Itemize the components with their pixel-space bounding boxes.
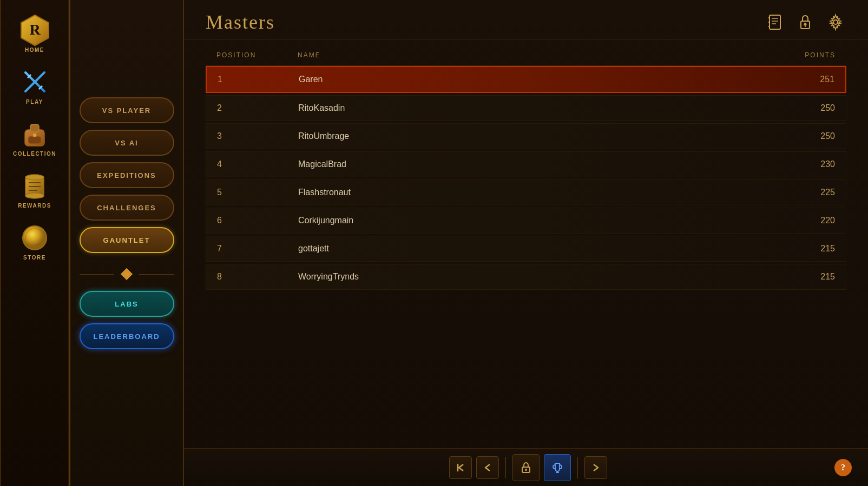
sidebar-item-store[interactable]: STORE xyxy=(0,218,69,265)
trophy-tab-icon xyxy=(551,462,563,474)
table-header: POSITION NAME POINTS xyxy=(206,45,846,66)
svg-text:R: R xyxy=(29,21,41,38)
col-header-points: POINTS xyxy=(727,51,836,59)
row-name: MagicalBrad xyxy=(298,159,727,169)
row-points: 225 xyxy=(727,188,835,197)
next-page-icon xyxy=(591,463,601,472)
store-icon xyxy=(20,223,50,252)
row-position: 6 xyxy=(217,216,298,225)
table-row[interactable]: 4 MagicalBrad 230 xyxy=(206,151,846,177)
lock-button[interactable] xyxy=(794,11,816,33)
row-points: 230 xyxy=(727,159,835,169)
leaderboard-button[interactable]: LEADERBOARD xyxy=(80,323,174,349)
col-header-position: POSITION xyxy=(216,51,298,59)
lock-icon xyxy=(797,14,814,31)
table-row[interactable]: 1 Garen 251 xyxy=(206,66,846,93)
sidebar-item-rewards[interactable]: REWARDS xyxy=(0,167,69,213)
trophy-tab-button[interactable] xyxy=(544,454,571,481)
sidebar-item-collection[interactable]: COLLECTION xyxy=(0,115,69,161)
table-row[interactable]: 8 WorryingTrynds 215 xyxy=(206,264,846,290)
labs-button[interactable]: LABS xyxy=(80,291,174,317)
sidebar-store-label: STORE xyxy=(23,255,46,261)
row-points: 250 xyxy=(727,131,835,141)
journal-icon xyxy=(766,14,784,31)
leaderboard-container: POSITION NAME POINTS 1 Garen 251 2 RitoK… xyxy=(184,39,868,448)
pagination-controls xyxy=(449,454,607,481)
row-points: 215 xyxy=(727,272,835,282)
next-page-button[interactable] xyxy=(584,456,607,479)
divider-right xyxy=(139,274,174,275)
row-points: 250 xyxy=(727,103,835,113)
vs-ai-button[interactable]: VS AI xyxy=(80,130,174,156)
collection-icon xyxy=(20,119,50,149)
row-position: 8 xyxy=(217,272,298,282)
gauntlet-button[interactable]: GAUNTLET xyxy=(80,227,174,253)
svg-point-15 xyxy=(25,193,44,198)
divider-left xyxy=(80,274,115,275)
svg-point-33 xyxy=(525,469,527,471)
svg-rect-20 xyxy=(770,15,780,29)
row-name: gottajett xyxy=(298,244,727,254)
pagination-divider-left xyxy=(505,457,506,478)
prev-page-icon xyxy=(483,463,492,472)
row-name: WorryingTrynds xyxy=(298,272,727,282)
first-page-icon xyxy=(456,463,465,472)
page-title: Masters xyxy=(206,11,275,34)
row-position: 5 xyxy=(217,188,298,197)
labs-icon-area xyxy=(80,264,174,284)
sidebar-rewards-label: REWARDS xyxy=(18,203,51,209)
rewards-icon xyxy=(20,171,50,201)
expeditions-button[interactable]: EXPEDITIONS xyxy=(80,162,174,188)
divider-ornament xyxy=(80,266,174,282)
settings-icon xyxy=(827,14,844,31)
svg-rect-8 xyxy=(28,136,41,144)
table-row[interactable]: 2 RitoKasadin 250 xyxy=(206,95,846,121)
svg-point-14 xyxy=(25,175,44,180)
row-name: Flashstronaut xyxy=(298,188,727,197)
table-row[interactable]: 3 RitoUmbrage 250 xyxy=(206,123,846,149)
journal-button[interactable] xyxy=(764,11,786,33)
sidebar-item-play[interactable]: PLAY xyxy=(0,63,69,109)
svg-point-16 xyxy=(23,226,47,250)
row-name: Garen xyxy=(299,75,726,84)
table-row[interactable]: 7 gottajett 215 xyxy=(206,236,846,262)
svg-point-28 xyxy=(804,23,807,26)
home-icon: R xyxy=(20,15,50,45)
row-position: 4 xyxy=(217,159,298,169)
row-points: 215 xyxy=(727,244,835,254)
play-icon xyxy=(20,67,50,97)
svg-rect-9 xyxy=(33,134,36,137)
table-row[interactable]: 6 Corkijungmain 220 xyxy=(206,208,846,234)
sidebar: R HOME PLAY xyxy=(0,0,70,486)
settings-button[interactable] xyxy=(825,11,846,33)
sidebar-item-home[interactable]: R HOME xyxy=(0,11,69,57)
svg-point-30 xyxy=(833,20,838,24)
play-menu: VS PLAYER VS AI EXPEDITIONS CHALLENGES G… xyxy=(70,0,184,486)
lock-tab-button[interactable] xyxy=(512,454,540,481)
svg-rect-7 xyxy=(30,124,39,132)
row-position: 2 xyxy=(217,103,298,113)
labs-diamond-icon xyxy=(119,266,135,282)
row-position: 7 xyxy=(217,244,298,254)
first-page-button[interactable] xyxy=(449,456,472,479)
table-row[interactable]: 5 Flashstronaut 225 xyxy=(206,179,846,205)
sidebar-collection-label: COLLECTION xyxy=(13,151,56,157)
prev-page-button[interactable] xyxy=(476,456,499,479)
vs-player-button[interactable]: VS PLAYER xyxy=(80,97,174,123)
sidebar-play-label: PLAY xyxy=(26,99,43,105)
row-name: RitoUmbrage xyxy=(298,131,727,141)
row-position: 3 xyxy=(217,131,298,141)
col-header-name: NAME xyxy=(298,51,727,59)
help-button[interactable]: ? xyxy=(834,459,852,476)
main-content: Masters xyxy=(184,0,868,486)
row-points: 220 xyxy=(727,216,835,225)
row-name: RitoKasadin xyxy=(298,103,727,113)
header-icons xyxy=(764,11,846,33)
sidebar-home-label: HOME xyxy=(25,47,44,53)
pagination-divider-right xyxy=(577,457,578,478)
row-name: Corkijungmain xyxy=(298,216,727,225)
row-points: 251 xyxy=(726,75,834,84)
challenges-button[interactable]: CHALLENGES xyxy=(80,195,174,221)
main-header: Masters xyxy=(184,0,868,39)
lock-tab-icon xyxy=(520,462,532,474)
